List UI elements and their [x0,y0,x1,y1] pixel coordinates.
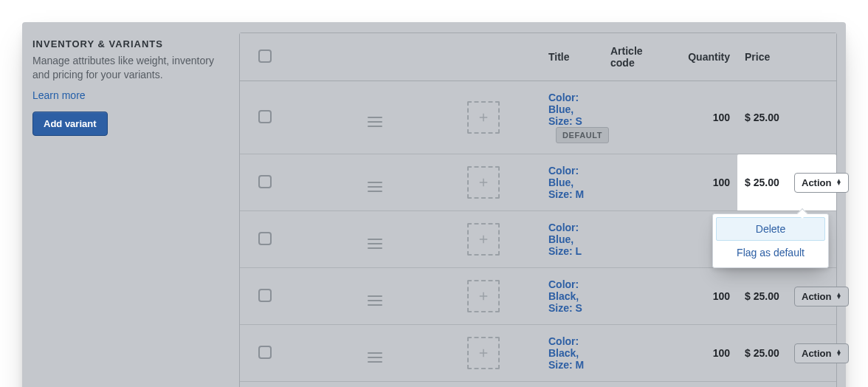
row-action-label: Action [802,291,831,302]
article-code-cell [603,154,666,211]
table-header-row: Title Article code Quantity Price [240,33,836,81]
table-row: Color: Blue, Size: SDEFAULT 100 $ 25.00 [240,81,836,154]
price-value: $ 25.00 [745,177,779,188]
image-placeholder[interactable] [467,223,500,256]
sidebar-description: Manage attributes like weight, inventory… [32,54,226,82]
col-price: Price [737,33,787,81]
col-article-code: Article code [603,33,666,81]
row-action-menu: Delete Flag as default [712,213,829,268]
row-checkbox[interactable] [258,175,272,188]
quantity-value: 100 [713,347,730,359]
image-placeholder[interactable] [467,337,500,369]
quantity-value: 100 [713,112,730,123]
sidebar: INVENTORY & VARIANTS Manage attributes l… [32,32,239,387]
learn-more-link[interactable]: Learn more [32,89,86,101]
article-code-cell [603,268,666,325]
quantity-value: 100 [713,177,730,188]
article-code-cell [603,81,666,154]
variant-title-link[interactable]: Color: Black, Size: S [548,278,582,314]
row-action-button[interactable]: Action ▲▼ [794,173,849,193]
table-row: Color: Blue, Size: M 100 $ 25.00 Action … [240,154,836,211]
drag-handle-icon[interactable] [368,182,382,192]
row-action-button[interactable]: Action ▲▼ [794,287,849,306]
table-row: Color: Black, Size: M 100 $ 25.00 Action… [240,325,836,382]
image-placeholder[interactable] [467,280,500,312]
row-checkbox[interactable] [258,346,272,359]
drag-handle-icon[interactable] [368,117,382,127]
sidebar-heading: INVENTORY & VARIANTS [32,38,226,49]
drag-handle-icon[interactable] [368,239,382,249]
add-variant-button[interactable]: Add variant [32,112,108,136]
quantity-value: 100 [713,290,730,302]
select-all-checkbox[interactable] [258,49,272,63]
sort-icon: ▲▼ [836,179,841,185]
table-row: Color: Black, Size: L 100 $ 25.00 Action… [240,382,836,388]
price-value: $ 25.00 [745,112,779,123]
menu-item-delete[interactable]: Delete [716,217,825,241]
col-title: Title [541,33,603,81]
variant-title-link[interactable]: Color: Black, Size: M [548,335,584,371]
variant-title-link[interactable]: Color: Blue, Size: M [548,165,584,200]
price-value: $ 25.00 [745,347,779,359]
row-action-label: Action [802,177,831,188]
row-checkbox[interactable] [258,289,272,302]
variants-table: Title Article code Quantity Price Color:… [239,32,837,387]
variant-title-link[interactable]: Color: Blue, Size: S [548,92,582,127]
table-row: Color: Black, Size: S 100 $ 25.00 Action… [240,268,836,325]
article-code-cell [603,211,666,268]
default-badge: DEFAULT [556,127,609,143]
row-checkbox[interactable] [258,110,272,123]
row-action-label: Action [802,348,831,359]
image-placeholder[interactable] [467,101,500,134]
price-value: $ 25.00 [745,290,779,302]
sort-icon: ▲▼ [836,293,841,299]
sort-icon: ▲▼ [836,350,841,356]
variant-title-link[interactable]: Color: Blue, Size: L [548,222,582,257]
col-quantity: Quantity [666,33,737,81]
row-checkbox[interactable] [258,232,272,245]
row-action-button[interactable]: Action ▲▼ [794,343,849,363]
drag-handle-icon[interactable] [368,352,382,363]
variants-panel: INVENTORY & VARIANTS Manage attributes l… [22,22,846,387]
article-code-cell [603,382,666,388]
drag-handle-icon[interactable] [368,295,382,306]
menu-item-flag-default[interactable]: Flag as default [716,241,825,264]
image-placeholder[interactable] [467,166,500,199]
article-code-cell [603,325,666,382]
